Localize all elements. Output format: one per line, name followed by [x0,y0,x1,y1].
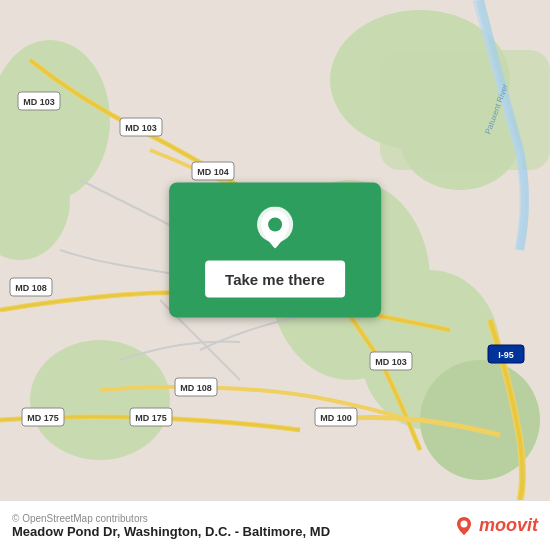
svg-text:I-95: I-95 [498,350,514,360]
location-pin-icon [253,207,297,251]
svg-point-37 [460,520,467,527]
moovit-logo: moovit [453,515,538,537]
svg-text:MD 103: MD 103 [125,123,157,133]
moovit-pin-icon [453,515,475,537]
svg-text:MD 100: MD 100 [320,413,352,423]
svg-rect-3 [380,50,550,170]
map-container: MD 103 MD 103 MD 103 MD 103 MD 104 MD 10… [0,0,550,500]
action-card: Take me there [169,183,381,318]
svg-text:MD 108: MD 108 [15,283,47,293]
location-text: Meadow Pond Dr, Washington, D.C. - Balti… [12,524,330,539]
footer-left: © OpenStreetMap contributors Meadow Pond… [12,513,330,539]
take-me-there-button[interactable]: Take me there [205,261,345,298]
take-me-there-overlay: Take me there [169,183,381,318]
svg-text:MD 175: MD 175 [27,413,59,423]
svg-text:MD 104: MD 104 [197,167,229,177]
svg-text:MD 175: MD 175 [135,413,167,423]
svg-text:MD 103: MD 103 [23,97,55,107]
svg-text:MD 108: MD 108 [180,383,212,393]
svg-point-9 [30,340,170,460]
moovit-brand-label: moovit [479,515,538,536]
copyright-text: © OpenStreetMap contributors [12,513,330,524]
svg-point-36 [268,218,282,232]
svg-text:MD 103: MD 103 [375,357,407,367]
footer: © OpenStreetMap contributors Meadow Pond… [0,500,550,550]
